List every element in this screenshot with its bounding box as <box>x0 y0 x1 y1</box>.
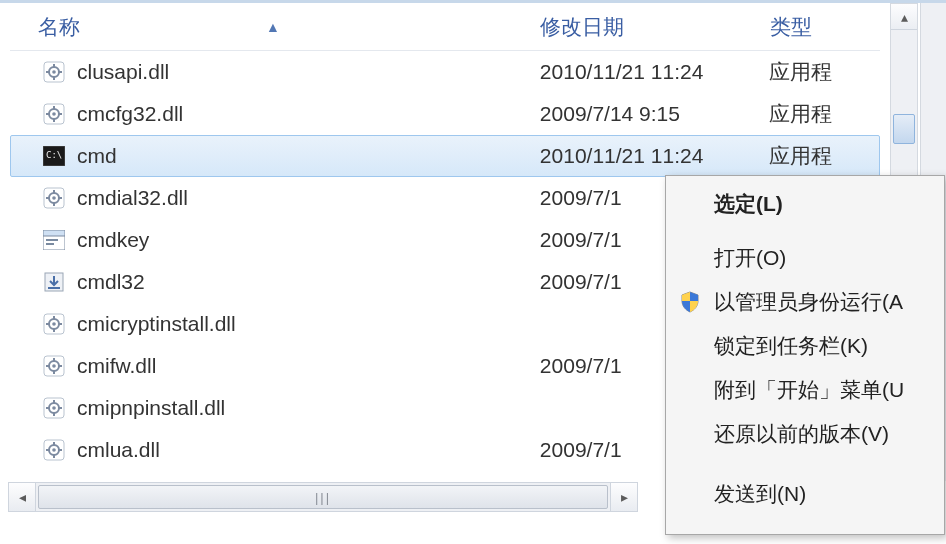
file-icon <box>41 269 67 295</box>
svg-point-45 <box>52 406 56 410</box>
menu-pin-taskbar[interactable]: 锁定到任务栏(K) <box>668 324 942 368</box>
file-icon <box>41 395 67 421</box>
menu-restore[interactable]: 还原以前的版本(V) <box>668 412 942 456</box>
column-date[interactable]: 修改日期 <box>530 13 760 41</box>
file-row[interactable]: clusapi.dll2010/11/21 11:24应用程 <box>10 51 880 93</box>
svg-point-52 <box>52 448 56 452</box>
svg-rect-28 <box>48 287 60 289</box>
svg-point-31 <box>52 322 56 326</box>
column-name-label: 名称 <box>38 13 80 41</box>
menu-pin-taskbar-label: 锁定到任务栏(K) <box>714 332 868 360</box>
file-date: 2010/11/21 11:24 <box>530 60 759 84</box>
file-icon <box>41 437 67 463</box>
column-name[interactable]: 名称 ▲ <box>10 13 530 41</box>
menu-open-label: 打开(O) <box>714 244 786 272</box>
column-headers: 名称 ▲ 修改日期 类型 <box>10 3 880 51</box>
file-type: 应用程 <box>759 100 879 128</box>
file-icon: C:\ <box>41 143 67 169</box>
file-name: cmdkey <box>77 228 530 252</box>
menu-send-to-label: 发送到(N) <box>714 480 806 508</box>
scroll-right-button[interactable]: ▸ <box>610 482 638 512</box>
file-name: cmdl32 <box>77 270 530 294</box>
svg-point-18 <box>52 196 56 200</box>
menu-select[interactable]: 选定(L) <box>668 182 942 226</box>
file-icon <box>41 311 67 337</box>
menu-send-to[interactable]: 发送到(N) <box>668 472 942 516</box>
file-name: cmipnpinstall.dll <box>77 396 530 420</box>
menu-pin-start[interactable]: 附到「开始」菜单(U <box>668 368 942 412</box>
svg-point-9 <box>52 112 56 116</box>
file-name: cmd <box>77 144 530 168</box>
shield-icon <box>676 288 704 316</box>
file-row[interactable]: C:\cmd2010/11/21 11:24应用程 <box>10 135 880 177</box>
file-icon <box>41 227 67 253</box>
menu-pin-start-label: 附到「开始」菜单(U <box>714 376 904 404</box>
file-type: 应用程 <box>759 58 879 86</box>
file-date: 2009/7/14 9:15 <box>530 102 759 126</box>
file-name: cmicryptinstall.dll <box>77 312 530 336</box>
svg-rect-24 <box>43 230 65 236</box>
file-icon <box>41 185 67 211</box>
file-icon <box>41 59 67 85</box>
file-row[interactable]: cmcfg32.dll2009/7/14 9:15应用程 <box>10 93 880 135</box>
file-name: cmcfg32.dll <box>77 102 530 126</box>
menu-restore-label: 还原以前的版本(V) <box>714 420 889 448</box>
menu-select-label: 选定(L) <box>714 190 783 218</box>
column-type[interactable]: 类型 <box>760 13 880 41</box>
hscroll-thumb[interactable]: ||| <box>38 485 608 509</box>
menu-run-as-admin[interactable]: 以管理员身份运行(A <box>668 280 942 324</box>
menu-open[interactable]: 打开(O) <box>668 236 942 280</box>
svg-rect-26 <box>46 243 54 245</box>
file-name: cmlua.dll <box>77 438 530 462</box>
scroll-thumb[interactable] <box>893 114 915 144</box>
file-icon <box>41 101 67 127</box>
hscroll-track[interactable]: ||| <box>36 482 610 512</box>
file-type: 应用程 <box>759 142 879 170</box>
file-name: cmdial32.dll <box>77 186 530 210</box>
svg-point-2 <box>52 70 56 74</box>
file-date: 2010/11/21 11:24 <box>530 144 759 168</box>
file-icon <box>41 353 67 379</box>
context-menu: 选定(L) 打开(O) 以管理员身份运行(A 锁定到任务栏(K) 附到「开始」菜… <box>665 175 945 535</box>
svg-rect-25 <box>46 239 58 241</box>
svg-point-38 <box>52 364 56 368</box>
file-name: clusapi.dll <box>77 60 530 84</box>
menu-run-as-admin-label: 以管理员身份运行(A <box>714 288 903 316</box>
sort-indicator-icon: ▲ <box>266 19 280 35</box>
horizontal-scrollbar[interactable]: ◂ ||| ▸ <box>8 482 638 512</box>
file-name: cmifw.dll <box>77 354 530 378</box>
scroll-left-button[interactable]: ◂ <box>8 482 36 512</box>
svg-text:C:\: C:\ <box>46 150 62 160</box>
scroll-up-button[interactable]: ▴ <box>891 4 917 30</box>
